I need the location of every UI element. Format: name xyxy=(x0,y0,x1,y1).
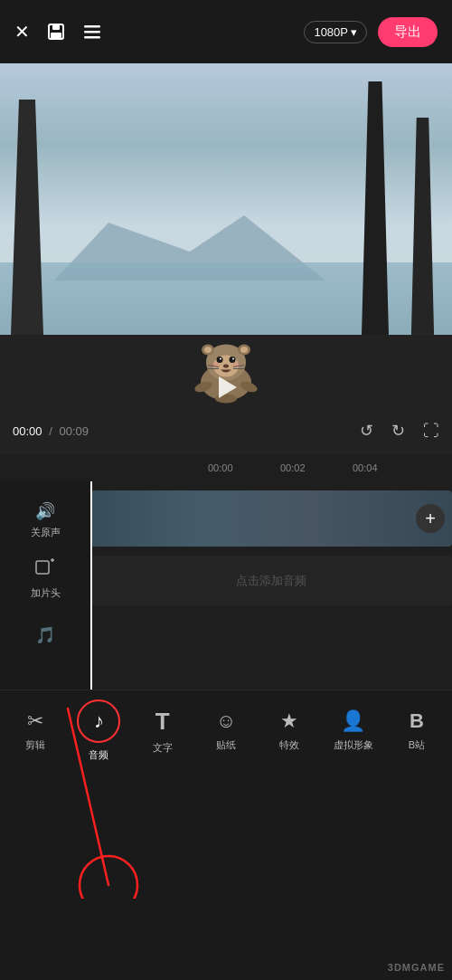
tool-sticker[interactable]: ☺ 贴纸 xyxy=(201,709,251,752)
svg-point-10 xyxy=(204,347,212,353)
bottom-toolbar: ✂ 剪辑 ♪ 音频 T 文字 ☺ 贴纸 ★ 特效 👤 虚拟形象 B B站 xyxy=(0,690,452,771)
tool-effects-label: 特效 xyxy=(279,738,299,752)
svg-point-15 xyxy=(220,358,221,360)
svg-point-19 xyxy=(223,365,229,368)
video-track[interactable] xyxy=(90,490,452,547)
undo-icon[interactable]: ↺ xyxy=(360,421,373,441)
timeline-ruler: 00:00 00:02 00:04 xyxy=(0,454,452,481)
redo-icon[interactable]: ↻ xyxy=(391,421,405,441)
music-note-icon: ♪ xyxy=(94,709,104,733)
tool-text[interactable]: T 文字 xyxy=(137,708,188,755)
time-display: 00:00 / 00:09 xyxy=(13,424,360,438)
export-button[interactable]: 导出 xyxy=(378,17,438,47)
tool-avatar-label: 虚拟形象 xyxy=(334,738,373,752)
track-label-volume[interactable]: 🔊 关原声 xyxy=(0,490,90,549)
add-track-button[interactable]: + xyxy=(416,504,445,533)
svg-point-14 xyxy=(230,357,236,363)
tool-text-label: 文字 xyxy=(153,741,173,755)
tool-bstation-label: B站 xyxy=(409,738,425,752)
audio-placeholder-text: 点击添加音频 xyxy=(236,573,306,589)
sticker-area xyxy=(0,335,452,407)
save-icon[interactable] xyxy=(46,22,66,42)
playhead-line xyxy=(90,481,92,690)
resolution-button[interactable]: 1080P ▾ xyxy=(304,21,367,43)
tool-effects[interactable]: ★ 特效 xyxy=(264,709,315,752)
close-icon[interactable]: ✕ xyxy=(14,21,30,43)
ruler-mark-2: 00:04 xyxy=(353,462,425,473)
ruler-mark-0: 00:00 xyxy=(208,462,280,473)
play-button[interactable] xyxy=(219,376,237,398)
timeline-icon-group: ↺ ↻ ⛶ xyxy=(360,421,439,441)
audio-note-icon: 🎵 xyxy=(35,625,55,645)
top-right-actions: 1080P ▾ 导出 xyxy=(304,17,438,47)
svg-rect-4 xyxy=(84,31,100,33)
addclip-icon xyxy=(34,557,56,582)
volume-icon: 🔊 xyxy=(35,501,55,521)
effects-icon: ★ xyxy=(280,709,298,733)
track-label-audio[interactable]: 🎵 xyxy=(0,608,90,667)
ruler-mark-1: 00:02 xyxy=(280,462,353,473)
svg-point-16 xyxy=(232,358,234,360)
tool-bstation[interactable]: B B站 xyxy=(391,709,442,752)
text-icon: T xyxy=(155,708,170,736)
track-label-header[interactable]: 加片头 xyxy=(0,549,90,608)
menu-icon[interactable] xyxy=(82,23,102,41)
tool-avatar[interactable]: 👤 虚拟形象 xyxy=(328,709,379,752)
sticker-icon: ☺ xyxy=(216,709,236,733)
tool-audio[interactable]: ♪ 音频 xyxy=(73,699,124,762)
track-labels: 🔊 关原声 加片头 🎵 xyxy=(0,481,90,690)
timeline-controls: 00:00 / 00:09 ↺ ↻ ⛶ xyxy=(0,407,452,454)
svg-rect-2 xyxy=(51,33,61,38)
audio-track[interactable]: 点击添加音频 xyxy=(90,556,452,605)
tool-cut[interactable]: ✂ 剪辑 xyxy=(10,709,61,752)
video-preview xyxy=(0,63,452,335)
svg-point-31 xyxy=(80,856,137,899)
scissors-icon: ✂ xyxy=(27,709,43,733)
tool-cut-label: 剪辑 xyxy=(25,738,45,752)
audio-circle-highlight: ♪ xyxy=(77,699,120,743)
video-thumbnail xyxy=(90,490,452,547)
svg-point-11 xyxy=(240,347,248,353)
watermark: 3DMGAME xyxy=(388,962,445,973)
svg-rect-5 xyxy=(84,36,100,39)
bstation-icon: B xyxy=(410,709,424,733)
svg-point-13 xyxy=(217,357,223,363)
svg-rect-1 xyxy=(52,24,60,30)
top-toolbar: ✕ 1080P ▾ 导出 xyxy=(0,0,452,63)
svg-rect-27 xyxy=(36,561,49,574)
avatar-icon: 👤 xyxy=(341,709,365,733)
fullscreen-icon[interactable]: ⛶ xyxy=(423,422,439,441)
top-left-actions: ✕ xyxy=(14,21,102,43)
svg-rect-3 xyxy=(84,25,100,28)
track-content: + 点击添加音频 xyxy=(90,481,452,690)
tool-sticker-label: 贴纸 xyxy=(216,738,236,752)
track-area: 🔊 关原声 加片头 🎵 + xyxy=(0,481,452,690)
tool-audio-label: 音频 xyxy=(89,748,108,762)
